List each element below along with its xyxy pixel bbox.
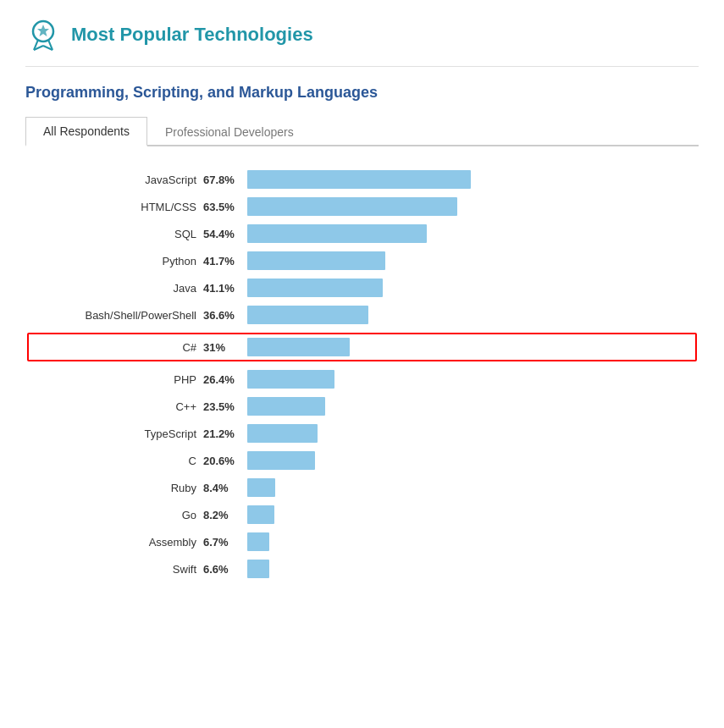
chart-row: HTML/CSS 63.5% bbox=[34, 197, 690, 216]
bar-track bbox=[247, 338, 690, 356]
bar-label: C# bbox=[34, 341, 203, 354]
bar-fill bbox=[247, 224, 427, 243]
chart-row: Swift 6.6% bbox=[34, 560, 690, 578]
chart-row: Python 41.7% bbox=[34, 251, 690, 270]
tab-professional-developers[interactable]: Professional Developers bbox=[147, 117, 312, 146]
chart-row: C++ 23.5% bbox=[34, 397, 690, 416]
bar-label: Swift bbox=[34, 563, 203, 576]
bar-label: JavaScript bbox=[34, 174, 203, 186]
bar-pct: 63.5% bbox=[203, 201, 247, 213]
bar-track bbox=[247, 424, 690, 443]
chart-row: Java 41.1% bbox=[34, 279, 690, 297]
bar-pct: 67.8% bbox=[203, 174, 247, 186]
bar-fill bbox=[247, 560, 269, 578]
bar-pct: 36.6% bbox=[203, 309, 247, 322]
bar-pct: 23.5% bbox=[203, 400, 247, 413]
bar-label: SQL bbox=[34, 228, 203, 240]
bar-track bbox=[247, 279, 690, 297]
bar-fill bbox=[247, 424, 318, 443]
chart-row: Bash/Shell/PowerShell 36.6% bbox=[34, 306, 690, 324]
bar-pct: 26.4% bbox=[203, 373, 247, 386]
bar-track bbox=[247, 170, 690, 189]
bar-pct: 20.6% bbox=[203, 455, 247, 467]
bar-pct: 8.2% bbox=[203, 509, 247, 521]
bar-fill bbox=[247, 197, 457, 216]
bar-fill bbox=[247, 306, 368, 324]
bar-fill bbox=[247, 451, 315, 470]
bar-track bbox=[247, 224, 690, 243]
bar-track bbox=[247, 397, 690, 416]
bar-label: Java bbox=[34, 282, 203, 295]
page-header: Most Popular Technologies bbox=[25, 17, 699, 67]
bar-label: Assembly bbox=[34, 536, 203, 549]
bar-track bbox=[247, 197, 690, 216]
bar-track bbox=[247, 560, 690, 578]
bar-pct: 6.6% bbox=[203, 563, 247, 576]
bar-fill bbox=[247, 505, 274, 524]
bar-pct: 6.7% bbox=[203, 536, 247, 549]
chart-row: Assembly 6.7% bbox=[34, 532, 690, 551]
bar-label: PHP bbox=[34, 373, 203, 386]
chart-row: Ruby 8.4% bbox=[34, 478, 690, 497]
bar-fill bbox=[247, 251, 385, 270]
chart-row: SQL 54.4% bbox=[34, 224, 690, 243]
bar-label: Python bbox=[34, 255, 203, 267]
bar-fill bbox=[247, 532, 269, 551]
bar-fill bbox=[247, 279, 383, 297]
bar-label: Bash/Shell/PowerShell bbox=[34, 309, 203, 322]
bar-label: Go bbox=[34, 509, 203, 521]
bar-pct: 31% bbox=[203, 341, 247, 354]
bar-fill bbox=[247, 170, 471, 189]
bar-label: HTML/CSS bbox=[34, 201, 203, 213]
bar-label: TypeScript bbox=[34, 427, 203, 440]
bar-label: C++ bbox=[34, 400, 203, 413]
chart-row: C 20.6% bbox=[34, 451, 690, 470]
chart-row: JavaScript 67.8% bbox=[34, 170, 690, 189]
chart-row: TypeScript 21.2% bbox=[34, 424, 690, 443]
bar-fill bbox=[247, 397, 325, 416]
bar-label: Ruby bbox=[34, 482, 203, 494]
svg-marker-1 bbox=[37, 25, 49, 36]
bar-pct: 21.2% bbox=[203, 427, 247, 440]
bar-track bbox=[247, 370, 690, 389]
chart-row: Go 8.2% bbox=[34, 505, 690, 524]
chart-row: PHP 26.4% bbox=[34, 370, 690, 389]
tab-all-respondents[interactable]: All Respondents bbox=[25, 117, 147, 146]
section-title: Programming, Scripting, and Markup Langu… bbox=[25, 84, 699, 102]
bar-track bbox=[247, 306, 690, 324]
bar-fill bbox=[247, 370, 334, 389]
bar-track bbox=[247, 532, 690, 551]
bar-chart: JavaScript 67.8% HTML/CSS 63.5% SQL 54.4… bbox=[25, 170, 699, 578]
bar-fill bbox=[247, 478, 275, 497]
tab-bar: All Respondents Professional Developers bbox=[25, 115, 699, 146]
bar-pct: 41.7% bbox=[203, 255, 247, 267]
bar-pct: 41.1% bbox=[203, 282, 247, 295]
bar-track bbox=[247, 451, 690, 470]
bar-fill bbox=[247, 338, 350, 356]
bar-pct: 54.4% bbox=[203, 228, 247, 240]
award-icon bbox=[25, 17, 61, 52]
bar-track bbox=[247, 251, 690, 270]
bar-label: C bbox=[34, 455, 203, 467]
chart-row: C# 31% bbox=[27, 333, 697, 361]
bar-pct: 8.4% bbox=[203, 482, 247, 494]
bar-track bbox=[247, 478, 690, 497]
page-title: Most Popular Technologies bbox=[71, 24, 313, 46]
bar-track bbox=[247, 505, 690, 524]
